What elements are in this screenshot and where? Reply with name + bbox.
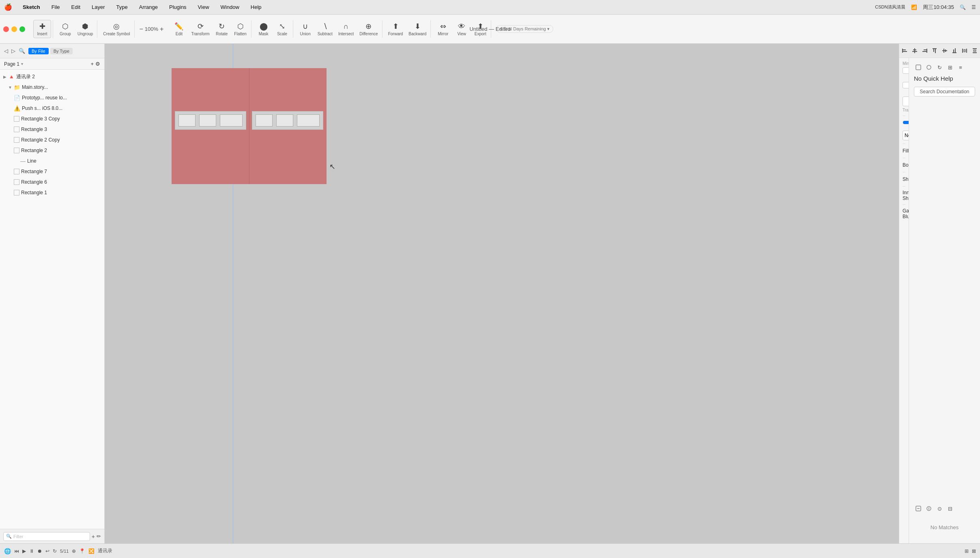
layer-item-rect2[interactable]: Rectangle 2 xyxy=(0,145,104,156)
layer-item-rect7[interactable]: Rectangle 7 xyxy=(0,166,104,177)
gaussian-blur-section-title[interactable]: Gaussian Blur ▾ xyxy=(903,206,905,221)
sidebar-search[interactable]: 🔍 Filter xyxy=(3,532,90,541)
bottom-expand-icon[interactable]: ⊠ xyxy=(972,548,976,554)
group-button[interactable]: ⬡ Group xyxy=(56,20,74,38)
qh-icon-grid[interactable]: ⊞ xyxy=(946,63,954,72)
menu-help[interactable]: Help xyxy=(248,3,264,11)
qh-bottom-icon-1[interactable] xyxy=(914,504,923,513)
sidebar-edit-icon[interactable]: ✏ xyxy=(97,533,101,539)
scale-button[interactable]: ⤡ Scale xyxy=(273,20,291,38)
bottom-shuffle-icon[interactable]: 🔀 xyxy=(88,548,95,554)
qh-icon-1[interactable] xyxy=(914,63,923,72)
zoom-minus-button[interactable]: − xyxy=(140,26,143,33)
menu-arrange[interactable]: Arrange xyxy=(137,3,160,11)
mirror-button[interactable]: ⇔ Mirror xyxy=(434,20,452,38)
align-bottom-icon[interactable] xyxy=(951,47,959,55)
menu-sketch[interactable]: Sketch xyxy=(20,3,43,11)
edit-button[interactable]: ✏️ Edit xyxy=(170,20,188,38)
align-center-h-icon[interactable] xyxy=(911,47,919,55)
page-add-icon[interactable]: + xyxy=(90,61,94,67)
distribute-h-icon[interactable] xyxy=(961,47,969,55)
shadows-section-title[interactable]: Shadows + xyxy=(903,174,905,185)
page-options-icon[interactable]: ⚙ xyxy=(95,61,100,67)
width-input[interactable] xyxy=(903,82,909,88)
qh-icon-layout[interactable]: ≡ xyxy=(956,63,965,72)
layer-item-mainstory[interactable]: ▼ 📁 Main.story... xyxy=(0,82,104,92)
union-button[interactable]: ∪ Union xyxy=(297,20,314,38)
menu-window[interactable]: Window xyxy=(218,3,242,11)
intersect-button[interactable]: ∩ Intersect xyxy=(336,21,356,38)
layer-item-group1[interactable]: ▶ 🔺 通讯录 2 xyxy=(0,71,104,82)
menu-view[interactable]: View xyxy=(196,3,212,11)
blending-select[interactable]: Normal xyxy=(903,131,909,140)
align-right-icon[interactable] xyxy=(921,47,928,55)
layer-item-rect3copy[interactable]: Rectangle 3 Copy xyxy=(0,114,104,124)
qh-icon-refresh[interactable]: ↻ xyxy=(935,63,944,72)
layer-item-rect3[interactable]: Rectangle 3 xyxy=(0,124,104,135)
pos-x-input[interactable] xyxy=(903,67,909,74)
transform-button[interactable]: ⟳ Transform xyxy=(189,20,212,38)
trial-badge[interactable]: 4 Trial Days Remaining ▾ xyxy=(496,25,553,33)
sidebar-search-icon[interactable]: 🔍 xyxy=(19,48,25,54)
bottom-anchor[interactable]: ⊕ xyxy=(72,548,76,554)
qh-icon-2[interactable] xyxy=(924,63,933,72)
menu-bar-search-icon[interactable]: 🔍 xyxy=(960,4,966,10)
layer-item-line[interactable]: — Line xyxy=(0,156,104,166)
bottom-transport-record[interactable]: ⏺ xyxy=(37,548,42,554)
artboard[interactable] xyxy=(172,68,327,184)
layer-item-rect6[interactable]: Rectangle 6 xyxy=(0,177,104,187)
distribute-v-icon[interactable] xyxy=(971,47,978,55)
difference-button[interactable]: ⊕ Difference xyxy=(357,20,380,38)
bottom-transport-play[interactable]: ▶ xyxy=(22,548,26,554)
menu-plugins[interactable]: Plugins xyxy=(167,3,189,11)
menu-bar-controls-icon[interactable]: ☰ xyxy=(971,4,976,10)
layer-item-proto[interactable]: 📄 Prototyp... reuse lo... xyxy=(0,92,104,103)
page-selector[interactable]: Page 1 ▾ + ⚙ xyxy=(0,58,104,70)
minimize-button[interactable] xyxy=(11,26,17,32)
menu-file[interactable]: File xyxy=(49,3,62,11)
menu-edit[interactable]: Edit xyxy=(69,3,83,11)
create-symbol-button[interactable]: ◎ Create Symbol xyxy=(101,20,132,38)
rotate-button[interactable]: ↻ Rotate xyxy=(213,20,231,38)
mask-button[interactable]: ⬤ Mask xyxy=(255,20,273,38)
opacity-slider[interactable] xyxy=(903,119,909,126)
sidebar-add-icon[interactable]: + xyxy=(92,533,95,540)
qh-bottom-icon-4[interactable]: ⊟ xyxy=(946,504,954,513)
view-button[interactable]: 👁 View xyxy=(453,21,471,38)
sidebar-nav-fwd[interactable]: ▷ xyxy=(11,48,15,54)
bottom-icon-globe[interactable]: 🌐 xyxy=(4,548,11,554)
bottom-nav-icon[interactable]: 📍 xyxy=(79,548,85,554)
close-button[interactable] xyxy=(3,26,9,32)
inner-shadows-section-title[interactable]: Inner Shadows + xyxy=(903,188,905,203)
bottom-nav-undo[interactable]: ↩ xyxy=(45,548,49,554)
search-documentation-button[interactable]: Search Documentation xyxy=(914,87,975,97)
sidebar-nav-back[interactable]: ◁ xyxy=(4,48,8,54)
tab-by-type[interactable]: By Type xyxy=(50,48,73,54)
layer-item-push[interactable]: ⚠️ Push s... iOS 8.0... xyxy=(0,103,104,114)
backward-button[interactable]: ⬇ Backward xyxy=(406,20,429,38)
insert-button[interactable]: ✚ Insert xyxy=(33,20,51,38)
maximize-button[interactable] xyxy=(19,26,25,32)
forward-button[interactable]: ⬆ Forward xyxy=(386,20,406,38)
borders-section-title[interactable]: Borders + xyxy=(903,160,905,170)
bottom-grid-icon[interactable]: ⊞ xyxy=(965,548,969,554)
tab-by-file[interactable]: By File xyxy=(28,48,49,54)
zoom-plus-button[interactable]: + xyxy=(160,26,163,33)
ungroup-button[interactable]: ⬢ Ungroup xyxy=(75,20,95,38)
bottom-nav-redo[interactable]: ↻ xyxy=(53,548,57,554)
fills-section-title[interactable]: Fills + xyxy=(903,146,905,156)
export-button[interactable]: ⬆ Export xyxy=(471,20,489,38)
qh-bottom-icon-2[interactable] xyxy=(924,504,933,513)
align-left-icon[interactable] xyxy=(901,47,909,55)
qh-bottom-icon-3[interactable]: ⊙ xyxy=(935,504,944,513)
flatten-button[interactable]: ⬡ Flatten xyxy=(232,20,249,38)
bottom-transport-pause[interactable]: ⏸ xyxy=(29,548,34,554)
canvas-area[interactable]: ↖ xyxy=(105,44,899,543)
layer-item-rect1[interactable]: Rectangle 1 xyxy=(0,187,104,198)
menu-type[interactable]: Type xyxy=(114,3,130,11)
apple-menu-icon[interactable]: 🍎 xyxy=(4,3,12,11)
align-top-icon[interactable] xyxy=(931,47,939,55)
subtract-button[interactable]: ∖ Subtract xyxy=(315,20,335,38)
rotate-input[interactable] xyxy=(903,97,909,106)
menu-layer[interactable]: Layer xyxy=(89,3,107,11)
